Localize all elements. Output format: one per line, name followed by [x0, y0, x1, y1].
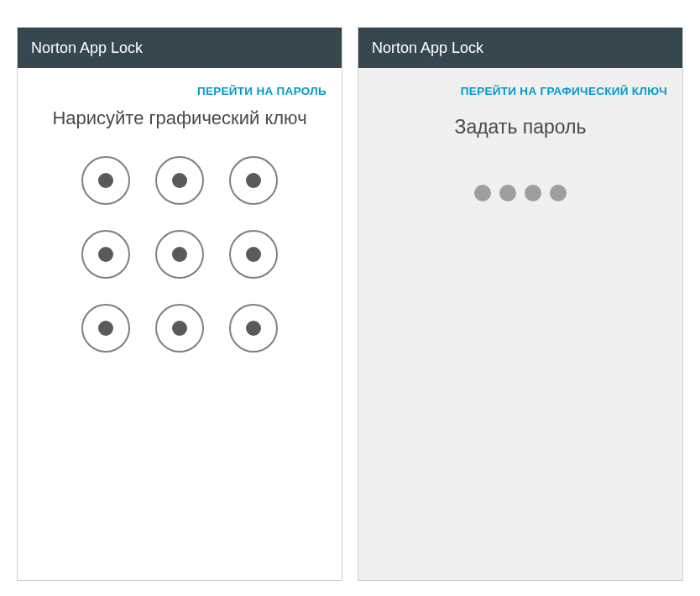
app-title: Norton App Lock [31, 39, 143, 57]
pin-dot-3 [525, 185, 541, 201]
screens-container: Norton App Lock ПЕРЕЙТИ НА ПАРОЛЬ Нарису… [0, 0, 700, 581]
dot-icon [246, 247, 261, 262]
pattern-dot-4[interactable] [81, 230, 130, 279]
pattern-grid[interactable] [18, 156, 342, 353]
dot-icon [246, 173, 261, 188]
pin-indicator [358, 185, 682, 201]
pattern-dot-2[interactable] [155, 156, 204, 205]
pin-dot-4 [550, 185, 567, 201]
dot-icon [172, 173, 187, 188]
pattern-instruction: Нарисуйте графический ключ [18, 106, 342, 131]
app-bar-right: Norton App Lock [358, 28, 682, 68]
pattern-dot-6[interactable] [229, 230, 278, 279]
dot-icon [98, 321, 113, 336]
pin-dot-2 [499, 185, 516, 201]
pattern-dot-5[interactable] [155, 230, 204, 279]
pin-dot-1 [474, 185, 491, 201]
switch-to-pattern-link[interactable]: ПЕРЕЙТИ НА ГРАФИЧЕСКИЙ КЛЮЧ [358, 68, 682, 106]
pattern-screen: Norton App Lock ПЕРЕЙТИ НА ПАРОЛЬ Нарису… [17, 27, 342, 581]
pin-instruction: Задать пароль [358, 106, 682, 139]
pattern-dot-3[interactable] [229, 156, 278, 205]
pattern-dot-8[interactable] [155, 304, 204, 353]
dot-icon [246, 321, 261, 336]
pattern-dot-1[interactable] [81, 156, 130, 205]
dot-icon [172, 321, 187, 336]
dot-icon [98, 247, 113, 262]
app-bar-left: Norton App Lock [18, 28, 342, 68]
pin-screen: Norton App Lock ПЕРЕЙТИ НА ГРАФИЧЕСКИЙ К… [358, 27, 683, 581]
dot-icon [172, 247, 187, 262]
app-title: Norton App Lock [372, 39, 483, 57]
pattern-dot-9[interactable] [229, 304, 278, 353]
pattern-dot-7[interactable] [81, 304, 130, 353]
switch-to-password-link[interactable]: ПЕРЕЙТИ НА ПАРОЛЬ [18, 68, 342, 106]
dot-icon [98, 173, 113, 188]
